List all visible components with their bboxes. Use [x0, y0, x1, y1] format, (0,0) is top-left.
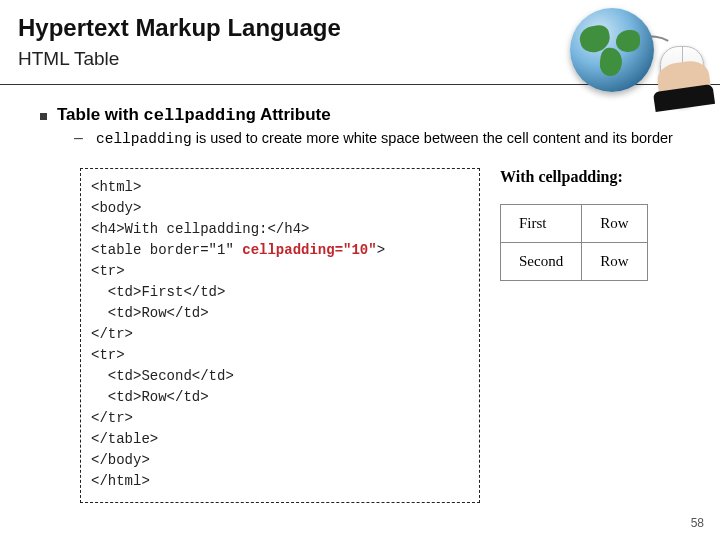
bullet-text: Table with cellpadding Attribute [57, 105, 331, 125]
table-cell: Row [582, 204, 647, 242]
preview-table: First Row Second Row [500, 204, 648, 281]
table-row: Second Row [501, 242, 648, 280]
dash-icon: – [74, 129, 86, 150]
bullet-prefix: Table with [57, 105, 144, 124]
sub-mono: cellpadding [96, 131, 192, 147]
sub-bullet-item: – cellpadding is used to create more whi… [74, 129, 688, 150]
example-row: <html> <body> <h4>With cellpadding:</h4>… [80, 168, 688, 503]
page-number: 58 [691, 516, 704, 530]
table-row: First Row [501, 204, 648, 242]
slide-body: Table with cellpadding Attribute – cellp… [0, 85, 720, 503]
table-cell: Second [501, 242, 582, 280]
sub-bullet-text: cellpadding is used to create more white… [96, 129, 673, 150]
decorative-globe-image [510, 2, 710, 112]
table-cell: Row [582, 242, 647, 280]
sub-rest: is used to create more white space betwe… [192, 130, 673, 146]
code-sample: <html> <body> <h4>With cellpadding:</h4>… [80, 168, 480, 503]
bullet-suffix: Attribute [256, 105, 331, 124]
table-cell: First [501, 204, 582, 242]
rendered-preview: With cellpadding: First Row Second Row [500, 168, 688, 503]
bullet-icon [40, 113, 47, 120]
preview-heading: With cellpadding: [500, 168, 688, 186]
bullet-mono: cellpadding [144, 106, 256, 125]
